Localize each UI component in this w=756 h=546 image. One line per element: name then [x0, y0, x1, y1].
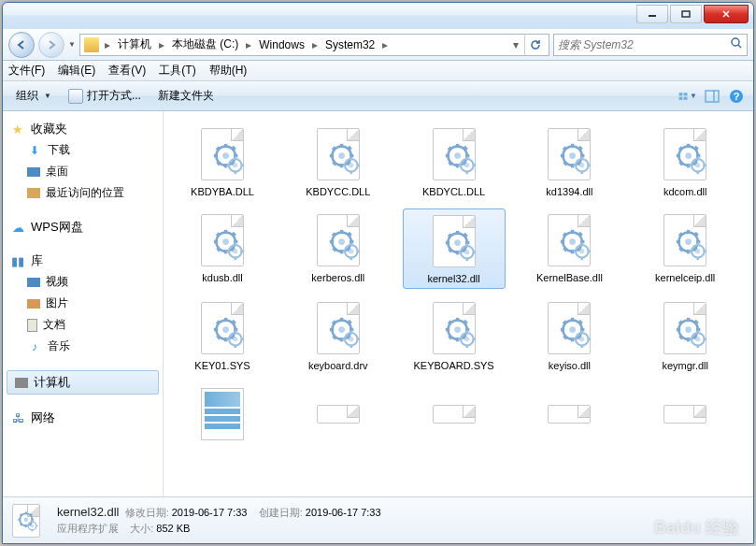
picture-icon: [27, 299, 40, 309]
file-item[interactable]: [287, 382, 390, 450]
recent-icon: [27, 188, 40, 198]
menu-file[interactable]: 文件(F): [8, 63, 45, 79]
menu-edit[interactable]: 编辑(E): [58, 63, 95, 79]
file-item[interactable]: KEY01.SYS: [171, 296, 274, 375]
sidebar-downloads[interactable]: ⬇下载: [3, 139, 163, 161]
sidebar-favorites[interactable]: ★收藏夹: [3, 119, 163, 139]
chevron-right-icon[interactable]: ▸: [242, 38, 255, 51]
navbar: ▼ ▸ 计算机 ▸ 本地磁盘 (C:) ▸ Windows ▸ System32…: [3, 29, 753, 61]
sidebar-wps[interactable]: ☁WPS网盘: [3, 217, 163, 237]
chevron-right-icon[interactable]: ▸: [155, 38, 168, 51]
details-createdate: 2019-06-17 7:33: [306, 507, 381, 518]
document-icon: [27, 319, 37, 332]
file-item[interactable]: kernel32.dll: [403, 208, 506, 289]
breadcrumb-item[interactable]: 计算机: [116, 36, 153, 52]
file-item[interactable]: [634, 382, 736, 450]
view-options-button[interactable]: ▼: [678, 87, 697, 106]
chevron-right-icon[interactable]: ▸: [308, 38, 321, 51]
sidebar-desktop[interactable]: 桌面: [3, 161, 163, 182]
app-icon: [68, 89, 83, 104]
search-input[interactable]: [558, 38, 730, 51]
minimize-button[interactable]: [636, 5, 668, 23]
titlebar[interactable]: [3, 3, 753, 29]
file-item[interactable]: kd1394.dll: [518, 122, 620, 201]
chevron-down-icon[interactable]: ▾: [509, 38, 522, 51]
chevron-right-icon[interactable]: ▸: [378, 38, 392, 51]
network-icon: 🖧: [10, 410, 25, 425]
search-icon[interactable]: [730, 36, 743, 53]
sidebar-recent[interactable]: 最近访问的位置: [3, 182, 163, 204]
file-grid[interactable]: KBDYBA.DLLKBDYCC.DLLKBDYCL.DLLkd1394.dll…: [164, 111, 753, 496]
file-name: kdusb.dll: [202, 272, 242, 283]
star-icon: ★: [10, 122, 25, 136]
sidebar-pictures[interactable]: 图片: [3, 293, 163, 314]
svg-rect-22: [679, 93, 683, 95]
svg-text:?: ?: [734, 91, 740, 102]
file-item[interactable]: keymgr.dll: [634, 296, 736, 375]
file-name: kdcom.dll: [663, 186, 706, 197]
file-name: KernelBase.dll: [536, 272, 603, 283]
file-item[interactable]: KernelBase.dll: [518, 208, 620, 289]
nav-dropdown-icon[interactable]: ▼: [68, 40, 76, 49]
details-pane: kernel32.dll 修改日期: 2019-06-17 7:33 创建日期:…: [3, 496, 753, 543]
details-filename: kernel32.dll: [57, 505, 120, 519]
menu-view[interactable]: 查看(V): [108, 63, 146, 79]
sidebar-computer[interactable]: 计算机: [7, 370, 159, 395]
menu-tools[interactable]: 工具(T): [159, 63, 195, 79]
library-icon: ▮▮: [10, 253, 25, 268]
breadcrumb-item[interactable]: System32: [323, 38, 377, 51]
close-button[interactable]: [704, 5, 749, 23]
help-button[interactable]: ?: [727, 87, 746, 106]
file-item[interactable]: KEYBOARD.SYS: [403, 296, 506, 375]
file-name: keymgr.dll: [662, 360, 708, 371]
preview-pane-button[interactable]: [703, 87, 721, 106]
file-item[interactable]: [403, 382, 506, 450]
sidebar-documents[interactable]: 文档: [3, 314, 163, 336]
organize-button[interactable]: 组织▼: [10, 85, 57, 107]
file-item[interactable]: KBDYCL.DLL: [403, 122, 506, 201]
sidebar-videos[interactable]: 视频: [3, 271, 163, 293]
file-item[interactable]: keyiso.dll: [518, 296, 620, 375]
sidebar-music[interactable]: ♪音乐: [3, 336, 163, 357]
maximize-button[interactable]: [670, 5, 702, 23]
file-name: kd1394.dll: [546, 186, 592, 197]
breadcrumb-item[interactable]: Windows: [257, 38, 307, 51]
newfolder-button[interactable]: 新建文件夹: [152, 85, 220, 107]
file-item[interactable]: kerberos.dll: [287, 208, 390, 289]
breadcrumb-item[interactable]: 本地磁盘 (C:): [170, 36, 240, 52]
file-item[interactable]: [518, 382, 620, 450]
breadcrumb[interactable]: ▸ 计算机 ▸ 本地磁盘 (C:) ▸ Windows ▸ System32 ▸…: [79, 34, 549, 56]
file-name: kernelceip.dll: [655, 272, 715, 283]
sidebar-libraries[interactable]: ▮▮库: [3, 251, 163, 271]
file-item[interactable]: kdcom.dll: [634, 122, 736, 201]
file-item[interactable]: kernelceip.dll: [634, 208, 736, 289]
forward-button[interactable]: [38, 32, 64, 58]
file-icon: [655, 212, 715, 268]
file-icon: [424, 126, 484, 182]
sidebar[interactable]: ★收藏夹 ⬇下载 桌面 最近访问的位置 ☁WPS网盘 ▮▮库 视频 图片 文档 …: [3, 111, 164, 496]
file-name: KBDYBA.DLL: [191, 186, 254, 197]
svg-line-21: [738, 45, 741, 48]
content-area: ★收藏夹 ⬇下载 桌面 最近访问的位置 ☁WPS网盘 ▮▮库 视频 图片 文档 …: [3, 111, 753, 496]
file-name: KBDYCL.DLL: [422, 186, 485, 197]
chevron-right-icon[interactable]: ▸: [101, 38, 114, 51]
file-item[interactable]: KBDYCC.DLL: [287, 122, 390, 201]
refresh-button[interactable]: [524, 34, 545, 56]
file-item[interactable]: [171, 382, 274, 450]
video-icon: [27, 278, 40, 287]
file-icon: [539, 386, 599, 442]
sidebar-network[interactable]: 🖧网络: [3, 408, 163, 428]
search-box[interactable]: [553, 34, 748, 56]
svg-rect-25: [684, 96, 688, 99]
file-item[interactable]: keyboard.drv: [287, 296, 390, 375]
menu-help[interactable]: 帮助(H): [209, 63, 248, 79]
folder-icon: [84, 37, 99, 52]
svg-rect-26: [706, 91, 719, 102]
file-icon: [308, 212, 368, 268]
file-item[interactable]: KBDYBA.DLL: [171, 122, 274, 201]
back-button[interactable]: [8, 32, 35, 58]
file-icon: [424, 213, 484, 269]
download-icon: ⬇: [27, 143, 42, 158]
file-item[interactable]: kdusb.dll: [171, 208, 274, 289]
openwith-button[interactable]: 打开方式...: [63, 85, 147, 107]
